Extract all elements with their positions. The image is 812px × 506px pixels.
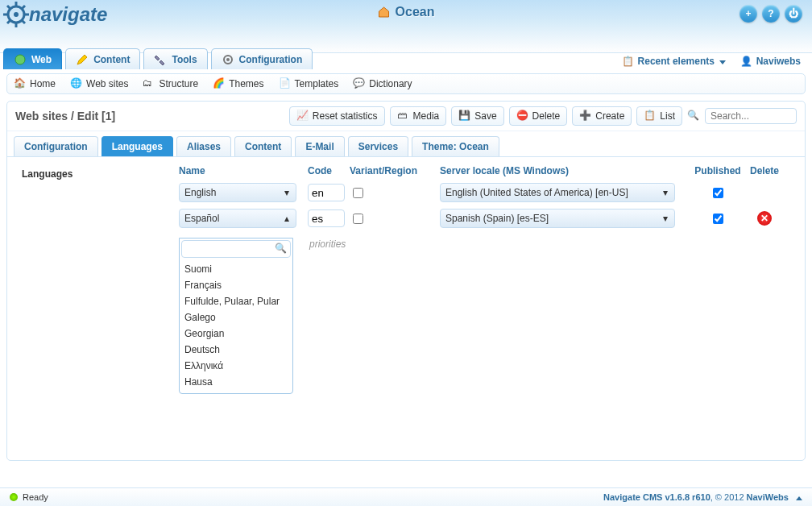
user-icon: 👤 [740, 56, 753, 68]
col-header-locale: Server locale (MS Windows) [440, 165, 691, 176]
svg-point-1 [14, 12, 19, 17]
delete-button[interactable]: ⛔Delete [509, 106, 568, 126]
svg-line-9 [22, 6, 25, 9]
dropdown-item[interactable]: Deutsch [184, 342, 288, 358]
reset-stats-button[interactable]: 📈Reset statistics [289, 106, 385, 126]
dictionary-icon: 💬 [353, 77, 366, 90]
grid-header: Name Code Variant/Region Server locale (… [179, 165, 790, 183]
language-name-select[interactable]: English▾ [179, 183, 296, 202]
dropdown-item[interactable]: Georgian [184, 326, 288, 342]
home-icon: 🏠 [14, 77, 27, 90]
submenu-themes[interactable]: 🌈Themes [213, 77, 263, 90]
version-link[interactable]: Navigate CMS v1.6.8 r610 [603, 492, 710, 502]
main-tab-configuration[interactable]: Configuration [211, 48, 313, 69]
tab-aliases[interactable]: Aliases [176, 136, 231, 156]
dropdown-item[interactable]: Français [184, 277, 288, 293]
main-tab-label: Content [93, 54, 130, 65]
dropdown-items[interactable]: Suomi Français Fulfulde, Pulaar, Pular G… [180, 259, 292, 392]
status-indicator-icon [10, 493, 18, 501]
list-button[interactable]: 📋List [636, 106, 682, 126]
help-button[interactable]: ? [762, 5, 780, 23]
submenu-bar: 🏠Home 🌐Web sites 🗂Structure 🌈Themes 📄Tem… [6, 73, 806, 94]
tab-theme[interactable]: Theme: Ocean [412, 136, 499, 156]
chevron-up-icon: ▴ [281, 213, 292, 224]
dropdown-item[interactable]: Hausa [184, 374, 288, 390]
submenu-home[interactable]: 🏠Home [14, 77, 56, 90]
tab-email[interactable]: E-Mail [295, 136, 344, 156]
priorities-note: priorities [309, 238, 346, 250]
main-tab-tools[interactable]: Tools [143, 48, 207, 69]
chevron-down-icon: ▾ [281, 187, 292, 198]
svg-point-10 [15, 55, 25, 64]
add-button[interactable]: + [740, 5, 757, 23]
submenu-structure[interactable]: 🗂Structure [143, 77, 198, 90]
main-tab-web[interactable]: Web [3, 48, 62, 69]
gear-icon [222, 53, 234, 66]
locale-select[interactable]: English (United States of America) [en-U… [440, 183, 675, 202]
col-header-code: Code [308, 165, 350, 176]
tab-content[interactable]: Content [234, 136, 292, 156]
delete-icon: ⛔ [516, 110, 529, 122]
pencil-icon [76, 53, 89, 66]
submenu-websites[interactable]: 🌐Web sites [70, 77, 128, 90]
app-logo: navigate [2, 0, 107, 29]
main-tab-label: Web [31, 54, 52, 65]
logout-button[interactable]: ⏻ [785, 5, 802, 23]
panel-title: Web sites / Edit [1] [15, 110, 289, 122]
page-context-title: Ocean [378, 5, 435, 19]
dropdown-item[interactable]: Galego [184, 309, 288, 326]
recent-elements-link[interactable]: 📋 Recent elements [622, 56, 726, 68]
chevron-down-icon [719, 60, 726, 64]
locale-select[interactable]: Spanish (Spain) [es-ES]▾ [440, 209, 675, 228]
delete-row-button[interactable]: ✕ [757, 211, 772, 226]
main-tabs: Web Content Tools Configuration [3, 48, 313, 69]
tab-configuration[interactable]: Configuration [14, 136, 98, 156]
chevron-down-icon: ▾ [660, 187, 671, 198]
search-input[interactable] [705, 108, 797, 124]
dropdown-item[interactable]: Fulfulde, Pulaar, Pular [184, 293, 288, 309]
tab-content-area: Languages Name Code Variant/Region Serve… [7, 157, 805, 243]
language-code-input[interactable] [308, 184, 345, 201]
create-button[interactable]: ➕Create [572, 106, 632, 126]
published-checkbox[interactable] [713, 214, 723, 224]
variant-checkbox[interactable] [353, 214, 363, 224]
tab-services[interactable]: Services [348, 136, 408, 156]
language-row: English▾ English (United States of Ameri… [179, 183, 790, 202]
tab-languages[interactable]: Languages [102, 136, 173, 156]
language-row: Español▴ Spanish (Spain) [es-ES]▾ ✕ [179, 209, 790, 228]
main-tab-content[interactable]: Content [65, 48, 140, 69]
svg-point-12 [226, 58, 230, 61]
globe-icon: 🌐 [70, 77, 83, 90]
main-tab-label: Configuration [239, 54, 303, 65]
language-dropdown-list: 🔍 Suomi Français Fulfulde, Pulaar, Pular… [179, 238, 293, 394]
chevron-down-icon: ▾ [660, 213, 671, 224]
save-icon: 💾 [458, 110, 471, 122]
save-button[interactable]: 💾Save [451, 106, 503, 126]
main-panel: Web sites / Edit [1] 📈Reset statistics 🗃… [6, 101, 806, 461]
recent-icon: 📋 [622, 56, 635, 68]
dropdown-item[interactable]: Suomi [184, 261, 288, 277]
variant-checkbox[interactable] [353, 188, 363, 198]
language-name-select[interactable]: Español▴ [179, 209, 296, 228]
published-checkbox[interactable] [713, 188, 723, 198]
language-code-input[interactable] [308, 209, 345, 227]
toolbar: 📈Reset statistics 🗃Media 💾Save ⛔Delete ➕… [289, 106, 797, 126]
col-header-name: Name [179, 165, 308, 176]
main-tab-label: Tools [172, 54, 197, 65]
add-icon: ➕ [579, 110, 592, 122]
submenu-templates[interactable]: 📄Templates [279, 77, 339, 90]
col-header-published: Published [691, 165, 744, 176]
logo-text: navigate [29, 3, 107, 26]
company-link[interactable]: NaviWebs [747, 492, 789, 502]
tree-icon: 🗂 [143, 77, 155, 90]
dropdown-search-input[interactable] [185, 243, 277, 255]
dropdown-item[interactable]: Ελληνικά [184, 358, 288, 374]
search-icon: 🔍 [275, 243, 287, 254]
inner-tabs: Configuration Languages Aliases Content … [7, 131, 805, 157]
scroll-top-icon[interactable] [796, 496, 802, 500]
user-link[interactable]: 👤 Naviwebs [740, 56, 801, 68]
languages-grid: Name Code Variant/Region Server locale (… [179, 165, 790, 234]
header-right: 📋 Recent elements 👤 Naviwebs [622, 56, 801, 68]
submenu-dictionary[interactable]: 💬Dictionary [353, 77, 412, 90]
media-button[interactable]: 🗃Media [390, 106, 447, 126]
